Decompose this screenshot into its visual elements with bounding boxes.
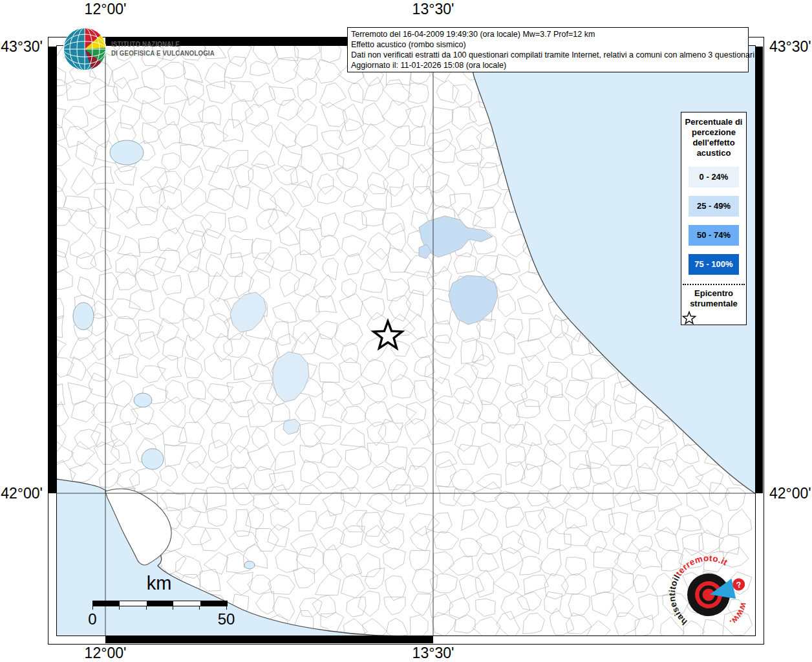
ingv-globe-logo — [61, 26, 108, 72]
logo-www-arc-text: www. — [725, 599, 754, 628]
scalebar-start-label: 0 — [80, 610, 105, 628]
scalebar-tick — [92, 606, 93, 610]
scalebar-tick — [199, 606, 200, 610]
ingv-text-line2: DI GEOFISICA E VULCANOLOGIA — [111, 49, 215, 58]
legend-title: Percentuale di percezione dell'effetto a… — [681, 112, 746, 158]
scalebar-tick — [226, 606, 227, 610]
info-line-effect: Effetto acustico (rombo sismico) — [351, 39, 745, 50]
legend-divider — [683, 284, 745, 285]
axis-label-top-left: 12°00' — [70, 1, 141, 17]
axis-label-left-42-00: 42°00' — [0, 486, 43, 501]
axis-label-top-right: 13°30' — [398, 1, 469, 17]
axis-label-left-43-30: 43°30' — [0, 39, 43, 54]
legend-swatch-75-100: 75 - 100% — [689, 254, 739, 275]
earthquake-info-box: Terremoto del 16-04-2009 19:49:30 (ora l… — [347, 27, 749, 72]
earthquake-map-image: 12°00' 13°30' 12°00' 13°30' 43°30' 42°00… — [0, 0, 812, 662]
globe-graticule — [63, 28, 106, 70]
legend-swatch-25-49: 25 - 49% — [689, 196, 739, 217]
legend-swatch-50-74: 50 - 74% — [689, 225, 739, 246]
ingv-text-line1: ISTITUTO NAZIONALE — [111, 40, 215, 49]
map-frame-inner — [56, 45, 756, 636]
info-line-source: Dati non verificati estratti da 100 ques… — [351, 50, 745, 60]
scalebar-tick — [119, 606, 120, 610]
epicenter-star-icon — [681, 310, 697, 326]
scalebar-tick — [146, 606, 147, 610]
axis-label-right-42-00: 42°00' — [769, 486, 812, 501]
ingv-logo-text: ISTITUTO NAZIONALE DI GEOFISICA E VULCAN… — [111, 40, 215, 58]
legend-epicenter-label: Epicentro strumentale — [681, 288, 746, 309]
scalebar-unit-label: km — [136, 573, 182, 594]
legend-swatch-0-24: 0 - 24% — [689, 167, 739, 187]
info-line-updated: Aggiornato il: 11-01-2026 15:08 (ora loc… — [351, 60, 745, 70]
haisentitoilterremoto-logo: ? haisentitoilterremoto.it www. — [662, 540, 776, 654]
frame-segment — [756, 47, 763, 493]
axis-label-bottom-right: 13°30' — [398, 645, 469, 661]
legend-box: Percentuale di percezione dell'effetto a… — [681, 112, 747, 325]
scalebar-end-label: 50 — [213, 610, 239, 628]
frame-segment — [48, 47, 56, 493]
info-line-event: Terremoto del 16-04-2009 19:49:30 (ora l… — [351, 29, 745, 39]
scalebar — [92, 601, 228, 606]
axis-label-bottom-left: 12°00' — [70, 645, 141, 661]
frame-segment — [105, 636, 433, 643]
scalebar-tick — [173, 606, 173, 610]
axis-label-right-43-30: 43°30' — [769, 39, 812, 54]
